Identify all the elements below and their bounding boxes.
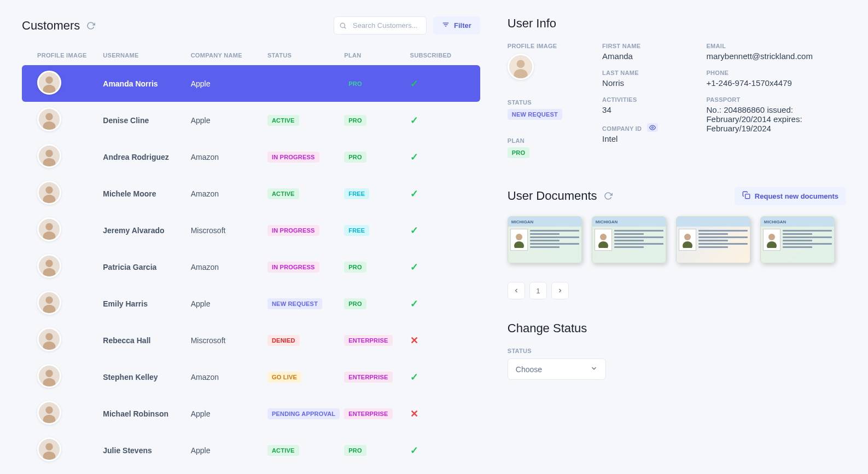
svg-point-39 bbox=[516, 60, 525, 68]
cell-username: Patricia Garcia bbox=[103, 263, 190, 271]
cell-status: IN PROGRESS bbox=[267, 262, 344, 273]
avatar bbox=[37, 401, 61, 425]
cell-subscribed: ✕ bbox=[410, 334, 465, 346]
cell-username: Jeremy Alvarado bbox=[103, 226, 190, 235]
search-input-wrapper bbox=[334, 16, 427, 34]
cell-status: IN PROGRESS bbox=[267, 225, 344, 236]
col-profile: PROFILE IMAGE bbox=[37, 52, 103, 59]
table-row[interactable]: Michele Moore Amazon ACTIVE FREE ✓ bbox=[22, 175, 480, 212]
value-phone: +1-246-974-1570x4479 bbox=[706, 78, 846, 88]
label-last-name: LAST NAME bbox=[602, 70, 695, 76]
document-photo bbox=[595, 229, 612, 251]
cell-company: Amazon bbox=[191, 263, 267, 271]
refresh-docs-icon[interactable] bbox=[604, 192, 613, 200]
table-row[interactable]: Emily Harris Apple NEW REQUEST PRO ✓ bbox=[22, 285, 480, 322]
avatar bbox=[37, 364, 61, 388]
refresh-icon[interactable] bbox=[86, 21, 95, 30]
document-card[interactable] bbox=[676, 216, 750, 263]
customers-header: Customers Filter bbox=[22, 16, 480, 34]
table-row[interactable]: Denise Cline Apple ACTIVE PRO ✓ bbox=[22, 102, 480, 138]
user-status-badge: NEW REQUEST bbox=[508, 109, 562, 120]
cell-company: Apple bbox=[191, 79, 267, 88]
avatar bbox=[37, 144, 61, 168]
user-plan-badge: PRO bbox=[508, 147, 529, 158]
svg-point-18 bbox=[45, 223, 53, 230]
cell-username: Amanda Norris bbox=[103, 79, 190, 88]
cell-plan: ENTERPRISE bbox=[344, 372, 410, 383]
cell-username: Michael Robinson bbox=[103, 409, 190, 418]
cell-subscribed: ✓ bbox=[410, 114, 465, 126]
document-photo bbox=[763, 229, 780, 251]
cell-company: Amazon bbox=[191, 373, 267, 381]
col-status: STATUS bbox=[267, 52, 344, 59]
col-subscribed: SUBSCRIBED bbox=[410, 52, 465, 59]
cell-subscribed: ✓ bbox=[410, 371, 465, 383]
cell-plan: FREE bbox=[344, 188, 410, 199]
cell-plan: PRO bbox=[344, 445, 410, 456]
avatar bbox=[37, 254, 61, 278]
cell-status: ACTIVE bbox=[267, 445, 344, 456]
table-row[interactable]: Rebecca Hall Miscrosoft DENIED ENTERPRIS… bbox=[22, 322, 480, 359]
eye-icon[interactable] bbox=[647, 123, 658, 132]
cell-plan: FREE bbox=[344, 225, 410, 236]
page-prev-button[interactable] bbox=[508, 282, 525, 299]
value-email: marybennett@strickland.com bbox=[706, 51, 846, 61]
cell-username: Emily Harris bbox=[103, 299, 190, 308]
table-row[interactable]: Amanda Norris Apple PRO ✓ bbox=[22, 65, 480, 102]
label-email: EMAIL bbox=[706, 43, 846, 49]
avatar bbox=[37, 217, 61, 241]
svg-point-48 bbox=[683, 241, 692, 248]
status-select[interactable]: Choose bbox=[508, 359, 606, 380]
cell-status: IN PROGRESS bbox=[267, 152, 344, 163]
user-avatar bbox=[508, 54, 534, 80]
request-documents-button[interactable]: Request new documents bbox=[735, 187, 846, 205]
cell-company: Apple bbox=[191, 116, 267, 125]
avatar bbox=[37, 437, 61, 461]
table-row[interactable]: Michael Robinson Apple PENDING APPROVAL … bbox=[22, 395, 480, 432]
cell-subscribed: ✓ bbox=[410, 298, 465, 310]
col-company: COMPANY NAME bbox=[191, 52, 267, 59]
svg-point-33 bbox=[45, 407, 53, 414]
value-last-name: Norris bbox=[602, 78, 695, 88]
col-plan: PLAN bbox=[344, 52, 410, 59]
svg-point-46 bbox=[598, 241, 608, 248]
cell-status: DENIED bbox=[267, 335, 344, 346]
svg-point-49 bbox=[768, 234, 775, 240]
svg-line-1 bbox=[345, 27, 346, 28]
document-photo bbox=[679, 229, 696, 251]
avatar bbox=[37, 291, 61, 315]
change-status-label: STATUS bbox=[508, 348, 846, 354]
cell-subscribed: ✓ bbox=[410, 224, 465, 236]
label-activities: ACTIVITIES bbox=[602, 96, 695, 103]
document-card[interactable]: MICHIGAN bbox=[508, 216, 582, 263]
table-row[interactable]: Jeremy Alvarado Miscrosoft IN PROGRESS F… bbox=[22, 212, 480, 248]
page-number[interactable]: 1 bbox=[529, 282, 547, 299]
svg-point-21 bbox=[45, 260, 53, 267]
table-row[interactable]: Stephen Kelley Amazon GO LIVE ENTERPRISE… bbox=[22, 359, 480, 395]
table-row[interactable]: Julie Stevens Apple ACTIVE PRO ✓ bbox=[22, 432, 480, 469]
svg-point-50 bbox=[767, 241, 777, 248]
customers-title: Customers bbox=[22, 19, 80, 33]
svg-rect-42 bbox=[745, 194, 749, 199]
cell-company: Amazon bbox=[191, 153, 267, 161]
table-row[interactable]: Andrea Rodriguez Amazon IN PROGRESS PRO … bbox=[22, 138, 480, 175]
document-card[interactable]: MICHIGAN bbox=[592, 216, 666, 263]
label-passport: PASSPORT bbox=[706, 96, 846, 103]
cell-status: NEW REQUEST bbox=[267, 298, 344, 309]
cell-plan: PRO bbox=[344, 115, 410, 126]
page-next-button[interactable] bbox=[551, 282, 569, 299]
value-company-id: Intel bbox=[602, 134, 695, 143]
label-first-name: FIRST NAME bbox=[602, 43, 695, 49]
filter-button[interactable]: Filter bbox=[433, 16, 480, 34]
status-select-placeholder: Choose bbox=[516, 365, 542, 374]
document-card[interactable]: MICHIGAN bbox=[760, 216, 835, 263]
cell-subscribed: ✓ bbox=[410, 151, 465, 163]
cell-status: PENDING APPROVAL bbox=[267, 408, 344, 419]
svg-point-6 bbox=[45, 77, 53, 84]
filter-label: Filter bbox=[454, 21, 471, 30]
svg-point-45 bbox=[600, 234, 607, 240]
table-row[interactable]: Patricia Garcia Amazon IN PROGRESS PRO ✓ bbox=[22, 248, 480, 285]
avatar bbox=[37, 71, 61, 95]
cell-plan: ENTERPRISE bbox=[344, 408, 410, 419]
search-input[interactable] bbox=[334, 16, 427, 34]
